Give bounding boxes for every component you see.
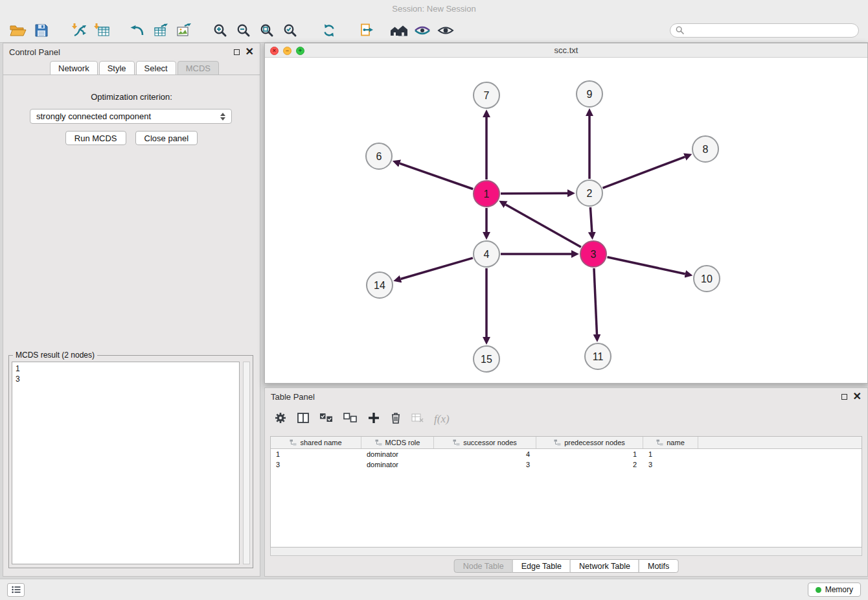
node-4[interactable]: 4 xyxy=(474,241,499,267)
tab-motifs[interactable]: Motifs xyxy=(639,559,678,573)
cell-name[interactable]: 3 xyxy=(643,461,698,468)
svg-text:2: 2 xyxy=(587,188,593,199)
edge-4-14[interactable] xyxy=(401,258,473,279)
network-view-window: × – + scc.txt 7968124314101511 xyxy=(264,43,868,384)
tab-style[interactable]: Style xyxy=(99,61,135,75)
node-8[interactable]: 8 xyxy=(692,136,718,162)
close-panel-icon[interactable]: ✕ xyxy=(246,47,254,57)
cell-name[interactable]: 1 xyxy=(643,450,698,458)
add-column-icon[interactable] xyxy=(367,411,380,427)
node-3[interactable]: 3 xyxy=(580,241,606,267)
column-visibility-icon[interactable] xyxy=(297,411,310,427)
status-menu-button[interactable] xyxy=(7,583,25,597)
table-row[interactable]: 3 dominator 3 2 3 xyxy=(271,459,862,470)
node-1[interactable]: 1 xyxy=(474,181,499,207)
edge-3-1[interactable] xyxy=(506,205,581,248)
cell-mcds-role[interactable]: dominator xyxy=(361,450,434,458)
run-mcds-button[interactable]: Run MCDS xyxy=(65,131,126,145)
node-9[interactable]: 9 xyxy=(577,81,602,107)
mcds-result-list[interactable]: 1 3 xyxy=(12,362,240,564)
edge-3-10[interactable] xyxy=(607,257,685,274)
node-table-header: shared name MCDS role xyxy=(271,437,862,449)
cell-predecessor-nodes[interactable]: 2 xyxy=(536,461,643,468)
cell-successor-nodes[interactable]: 4 xyxy=(434,450,536,458)
minimize-window-icon[interactable]: – xyxy=(283,47,291,55)
svg-text:6: 6 xyxy=(376,151,382,162)
column-header-mcds-role[interactable]: MCDS role xyxy=(361,437,434,448)
node-6[interactable]: 6 xyxy=(366,143,392,169)
import-table-from-file-icon[interactable] xyxy=(91,21,114,40)
column-header-predecessor-nodes[interactable]: predecessor nodes xyxy=(536,437,643,448)
network-graph[interactable]: 7968124314101511 xyxy=(265,58,867,383)
edge-1-2[interactable] xyxy=(501,193,567,194)
close-window-icon[interactable]: × xyxy=(270,47,279,55)
tab-select[interactable]: Select xyxy=(136,61,176,75)
open-session-icon[interactable] xyxy=(6,21,30,40)
show-hide-panels-icon[interactable] xyxy=(434,21,457,40)
edge-1-6[interactable] xyxy=(400,163,473,189)
node-10[interactable]: 10 xyxy=(694,266,720,292)
export-image-icon[interactable] xyxy=(172,21,196,40)
tab-edge-table[interactable]: Edge Table xyxy=(512,559,571,573)
zoom-selected-icon[interactable] xyxy=(279,21,302,40)
cell-shared-name[interactable]: 1 xyxy=(271,450,361,458)
deselect-all-rows-icon[interactable] xyxy=(343,412,358,426)
import-network-from-file-icon[interactable] xyxy=(67,21,91,40)
column-tree-icon xyxy=(375,439,382,446)
delete-column-icon[interactable] xyxy=(390,411,402,427)
search-input[interactable] xyxy=(688,25,853,36)
mcds-tab-content: Optimization criterion: strongly connect… xyxy=(3,78,260,576)
zoom-fit-icon[interactable] xyxy=(255,21,279,40)
memory-button[interactable]: Memory xyxy=(808,583,861,597)
node-14[interactable]: 14 xyxy=(367,272,393,298)
network-canvas[interactable]: 7968124314101511 xyxy=(265,58,867,383)
zoom-in-icon[interactable] xyxy=(209,21,232,40)
tab-network[interactable]: Network xyxy=(50,61,98,75)
result-scrollbar[interactable] xyxy=(243,362,250,564)
column-tree-icon xyxy=(290,439,297,446)
zoom-out-icon[interactable] xyxy=(232,21,255,40)
column-header-name[interactable]: name xyxy=(643,437,698,448)
edge-3-11[interactable] xyxy=(594,268,597,334)
table-row[interactable]: 1 dominator 4 1 1 xyxy=(271,449,862,459)
criterion-dropdown[interactable]: strongly connected component xyxy=(30,109,232,124)
close-table-panel-icon[interactable]: ✕ xyxy=(853,391,862,402)
memory-button-label: Memory xyxy=(825,585,853,594)
zoom-window-icon[interactable]: + xyxy=(296,47,304,55)
search-field[interactable] xyxy=(670,23,859,38)
tab-network-table[interactable]: Network Table xyxy=(570,559,639,573)
main-toolbar xyxy=(0,18,868,43)
cell-shared-name[interactable]: 3 xyxy=(271,461,361,468)
table-settings-icon[interactable] xyxy=(274,411,287,427)
export-table-icon[interactable] xyxy=(149,21,172,40)
column-header-shared-name[interactable]: shared name xyxy=(271,437,361,448)
export-network-icon[interactable] xyxy=(126,21,149,40)
tab-node-table[interactable]: Node Table xyxy=(454,559,513,573)
close-panel-button[interactable]: Close panel xyxy=(135,131,198,145)
cell-successor-nodes[interactable]: 3 xyxy=(434,461,536,468)
edge-2-8[interactable] xyxy=(603,157,685,188)
edge-2-3[interactable] xyxy=(590,207,591,232)
cell-mcds-role[interactable]: dominator xyxy=(361,461,434,468)
float-panel-icon[interactable] xyxy=(234,49,240,55)
save-session-icon[interactable] xyxy=(30,21,53,40)
select-all-rows-icon[interactable] xyxy=(319,412,334,426)
refresh-view-icon[interactable] xyxy=(317,21,341,40)
column-tree-icon xyxy=(453,439,460,446)
column-header-successor-nodes[interactable]: successor nodes xyxy=(434,437,536,448)
float-table-panel-icon[interactable] xyxy=(841,394,847,400)
application-window: Session: New Session xyxy=(0,0,868,600)
style-preview-icon[interactable] xyxy=(411,21,434,40)
node-11[interactable]: 11 xyxy=(585,343,611,369)
node-2[interactable]: 2 xyxy=(577,180,602,206)
cell-predecessor-nodes[interactable]: 1 xyxy=(536,450,643,458)
delete-table-icon[interactable] xyxy=(411,412,424,426)
network-window-titlebar[interactable]: × – + scc.txt xyxy=(265,43,867,58)
function-builder-icon[interactable]: f(x) xyxy=(434,413,450,426)
network-overview-icon[interactable] xyxy=(387,21,411,40)
node-7[interactable]: 7 xyxy=(474,82,499,108)
duplicate-network-icon[interactable] xyxy=(355,21,378,40)
tab-mcds[interactable]: MCDS xyxy=(177,61,219,75)
table-horizontal-scrollbar[interactable] xyxy=(270,548,862,556)
node-15[interactable]: 15 xyxy=(474,346,499,372)
